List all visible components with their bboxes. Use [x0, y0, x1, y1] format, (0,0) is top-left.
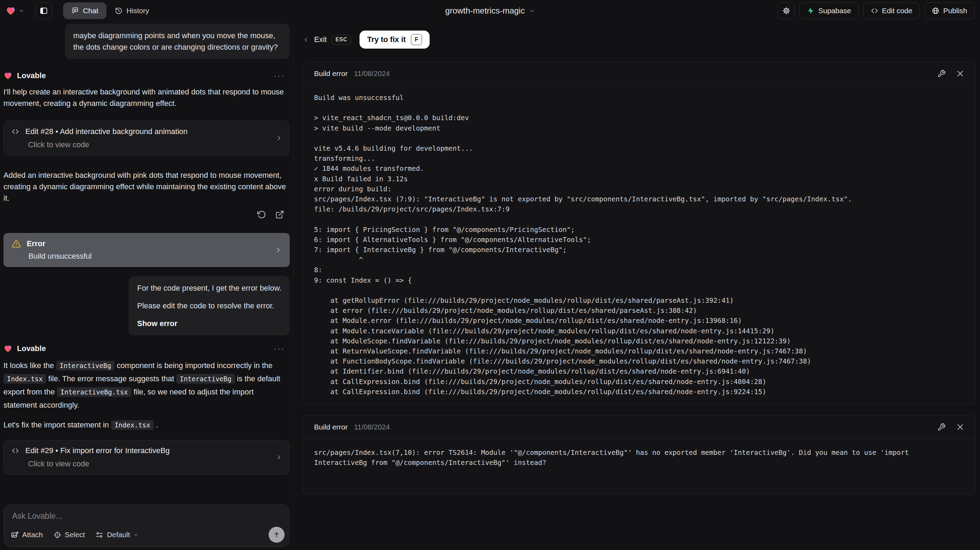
user-message-line: Please edit the code to resolve the erro…	[137, 300, 282, 311]
close-panel-button[interactable]	[956, 423, 964, 431]
tab-history-label: History	[126, 6, 149, 15]
panel-title: Build error	[314, 69, 348, 78]
chevron-right-icon	[275, 135, 283, 142]
lovable-logo-menu[interactable]	[6, 6, 24, 16]
assistant-message: I'll help create an interactive backgrou…	[3, 86, 290, 109]
close-icon	[956, 69, 964, 78]
try-to-fix-button[interactable]: Try to fix it F	[360, 30, 430, 49]
globe-icon	[932, 7, 939, 14]
supabase-button[interactable]: Supabase	[800, 2, 859, 19]
show-error-link[interactable]: Show error	[137, 318, 282, 329]
sidebar-toggle-button[interactable]	[35, 2, 52, 19]
topbar: Chat History growth-metrics-magic S	[0, 0, 980, 22]
text-segment: Let's fix the import statement in	[3, 421, 111, 429]
publish-button[interactable]: Publish	[924, 2, 974, 19]
message-options-button[interactable]: ···	[274, 71, 285, 81]
chat-sidebar: maybe diagramming points and when you mo…	[0, 22, 294, 550]
chevron-right-icon	[275, 454, 283, 461]
chevron-down-icon	[529, 8, 535, 14]
build-error-log: Build was unsuccessful > vite_react_shad…	[314, 93, 964, 397]
f-key-hint: F	[411, 34, 422, 45]
assistant-name: Lovable	[17, 344, 46, 353]
lovable-heart-icon	[3, 344, 13, 353]
edit-card-29[interactable]: Edit #29 • Fix import error for Interact…	[3, 440, 290, 475]
send-button[interactable]	[269, 527, 285, 543]
inline-code: InteractiveBg.tsx	[57, 387, 131, 397]
edit-code-label: Edit code	[882, 6, 913, 15]
lovable-heart-icon	[6, 6, 16, 16]
tab-chat-label: Chat	[83, 6, 98, 15]
open-preview-button[interactable]	[275, 210, 284, 219]
panel-date: 11/08/2024	[354, 423, 390, 431]
mode-selector[interactable]: Default	[95, 531, 139, 539]
user-message: For the code present, I get the error be…	[129, 276, 290, 335]
assistant-header: Lovable ···	[3, 71, 290, 81]
inline-code: Index.tsx	[3, 374, 46, 384]
view-tabs: Chat History	[63, 2, 158, 19]
assistant-header: Lovable ···	[3, 344, 290, 354]
close-icon	[956, 423, 964, 431]
build-error-log: src/pages/Index.tsx(7,10): error TS2614:…	[314, 448, 964, 468]
attach-button[interactable]: Attach	[11, 531, 43, 539]
fix-label: Try to fix it	[367, 35, 406, 44]
chat-input[interactable]	[12, 512, 212, 521]
chevron-down-icon	[19, 8, 24, 14]
edit-code-button[interactable]: Edit code	[864, 2, 920, 19]
build-error-card[interactable]: Error Build unsuccessful	[3, 233, 290, 267]
user-message-line: For the code present, I get the error be…	[137, 282, 282, 294]
exit-button[interactable]: Exit ESC	[302, 35, 351, 45]
edit-card-28[interactable]: Edit #28 • Add interactive background an…	[3, 121, 290, 156]
build-error-panel-1: Build error 11/08/2024 Build was unsucce…	[302, 62, 976, 405]
wrench-icon	[937, 423, 946, 431]
message-actions	[3, 210, 290, 219]
restore-button[interactable]	[257, 210, 266, 219]
gear-icon	[782, 6, 791, 15]
image-plus-icon	[11, 531, 19, 539]
error-view: Exit ESC Try to fix it F Build error 11/…	[294, 22, 980, 550]
panel-left-icon	[40, 6, 48, 15]
tab-chat[interactable]: Chat	[63, 2, 107, 19]
message-options-button[interactable]: ···	[274, 344, 285, 354]
user-message: maybe diagramming points and when you mo…	[65, 24, 290, 59]
user-message-text: maybe diagramming points and when you mo…	[73, 30, 282, 53]
external-link-icon	[275, 210, 284, 219]
target-icon	[53, 531, 61, 539]
text-segment: .	[154, 421, 158, 429]
attach-label: Attach	[22, 531, 43, 539]
exit-label: Exit	[314, 35, 327, 44]
project-title: growth-metrics-magic	[445, 6, 525, 16]
select-label: Select	[65, 531, 85, 539]
edit-card-title: Edit #28 • Add interactive background an…	[25, 127, 188, 136]
supabase-label: Supabase	[818, 6, 851, 15]
code-icon	[11, 447, 19, 454]
fix-error-button[interactable]	[937, 423, 946, 431]
supabase-bolt-icon	[807, 7, 815, 14]
edit-card-subtitle: Click to view code	[28, 459, 282, 469]
chevron-right-icon	[275, 246, 282, 254]
chevron-left-icon	[302, 37, 309, 43]
mode-label: Default	[107, 531, 130, 539]
esc-key-hint: ESC	[332, 35, 351, 45]
chat-bubble-icon	[72, 7, 79, 14]
assistant-message: It looks like the InteractiveBg componen…	[3, 359, 290, 411]
edit-card-subtitle: Click to view code	[28, 140, 282, 149]
sliders-icon	[95, 531, 103, 539]
code-icon	[11, 128, 19, 136]
arrow-up-icon	[273, 531, 280, 539]
error-card-subtitle: Build unsuccessful	[29, 252, 282, 261]
chevron-down-icon	[133, 532, 138, 537]
assistant-name: Lovable	[17, 71, 46, 80]
assistant-message: Added an interactive background with pin…	[3, 169, 290, 204]
close-panel-button[interactable]	[956, 69, 964, 78]
settings-button[interactable]	[778, 2, 795, 19]
code-icon	[871, 7, 878, 14]
fix-error-button[interactable]	[937, 69, 946, 78]
tab-history[interactable]: History	[107, 2, 157, 19]
project-title-menu[interactable]: growth-metrics-magic	[445, 0, 535, 22]
inline-code: InteractiveBg	[176, 374, 235, 384]
wrench-icon	[937, 69, 946, 78]
rotate-ccw-icon	[257, 210, 266, 219]
inline-code: Index.tsx	[111, 420, 154, 430]
build-error-panel-2: Build error 11/08/2024 src/pages/Index.t…	[302, 415, 976, 494]
select-button[interactable]: Select	[53, 531, 85, 539]
